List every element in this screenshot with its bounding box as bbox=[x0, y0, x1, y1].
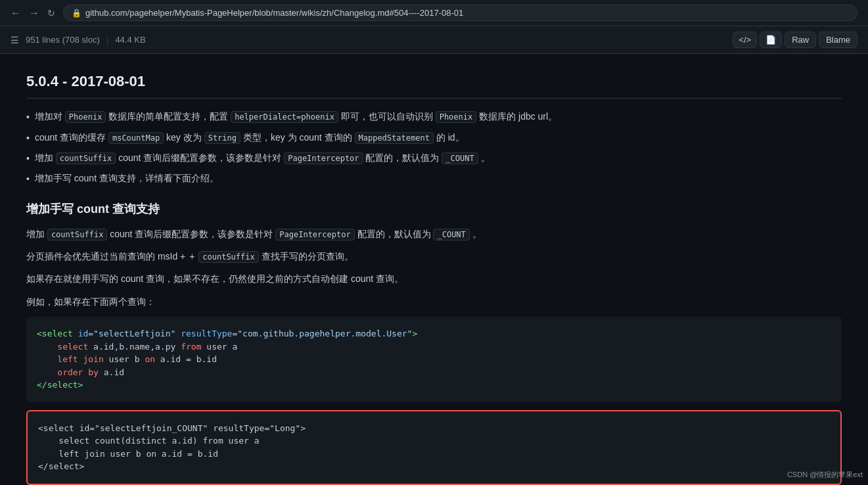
file-separator: | bbox=[106, 35, 109, 45]
lines-icon: ☰ bbox=[11, 35, 19, 45]
section-title: 5.0.4 - 2017-08-01 bbox=[26, 70, 842, 99]
bullet-item-4: 增加手写 count 查询支持，详情看下面介绍。 bbox=[26, 171, 842, 186]
code-hl-line-2: select count(distinct a.id) from user a bbox=[38, 434, 830, 448]
file-actions: </> 📄 Raw Blame bbox=[733, 32, 857, 48]
file-size: 44.4 KB bbox=[115, 35, 145, 45]
paragraph-2: 分页插件会优先通过当前查询的 msId + + countSuffix 查找手写… bbox=[26, 249, 842, 264]
page-interceptor-code-2: PageInterceptor bbox=[275, 229, 354, 241]
helper-dialect-code: helperDialect=phoenix bbox=[231, 111, 338, 123]
bullet-item-2: count 查询的缓存 msCountMap key 改为 String 类型，… bbox=[26, 130, 842, 145]
bullet-3-text: 增加 countSuffix count 查询后缀配置参数，该参数是针对 Pag… bbox=[35, 150, 490, 165]
count-suffix-value-1: _COUNT bbox=[442, 152, 478, 164]
refresh-icon[interactable]: ↻ bbox=[47, 8, 55, 18]
code-view-button[interactable]: </> bbox=[733, 32, 757, 48]
bullet-list: 增加对 Phoenix 数据库的简单配置支持，配置 helperDialect=… bbox=[26, 109, 842, 187]
file-stats: 951 lines (708 sloc) bbox=[26, 35, 100, 45]
file-icon-button[interactable]: 📄 bbox=[760, 32, 782, 48]
code-block-1: <select id="selectLeftjoin" resultType="… bbox=[26, 317, 842, 402]
code-hl-line-4: </select> bbox=[38, 460, 830, 473]
phoenix-code-2: Phoenix bbox=[436, 111, 477, 123]
phoenix-code-1: Phoenix bbox=[65, 111, 106, 123]
attribution-text: CSDN @情报的苹果ext bbox=[787, 471, 863, 478]
count-suffix-code-2: countSuffix bbox=[47, 229, 107, 241]
blame-button[interactable]: Blame bbox=[819, 32, 857, 48]
forward-icon[interactable]: → bbox=[29, 7, 39, 19]
url-text: github.com/pagehelper/Mybatis-PageHelper… bbox=[85, 8, 463, 18]
paragraph-4: 例如，如果存在下面两个查询： bbox=[26, 294, 842, 309]
bullet-1-text: 增加对 Phoenix 数据库的简单配置支持，配置 helperDialect=… bbox=[35, 109, 557, 124]
bullet-item-3: 增加 countSuffix count 查询后缀配置参数，该参数是针对 Pag… bbox=[26, 150, 842, 166]
code-line-2: select a.id,b.name,a.py from user a bbox=[37, 340, 831, 354]
content-area: 5.0.4 - 2017-08-01 增加对 Phoenix 数据库的简单配置支… bbox=[0, 54, 868, 485]
document-icon: 📄 bbox=[765, 35, 776, 45]
code-icon: </> bbox=[739, 35, 751, 45]
bullet-4-text: 增加手写 count 查询支持，详情看下面介绍。 bbox=[35, 171, 219, 185]
page-interceptor-code-1: PageInterceptor bbox=[284, 152, 363, 164]
code-line-1: <select id="selectLeftjoin" resultType="… bbox=[37, 327, 831, 340]
code-hl-line-1: <select id="selectLeftjoin_COUNT" result… bbox=[38, 422, 830, 435]
file-meta: ☰ 951 lines (708 sloc) | 44.4 KB bbox=[11, 35, 725, 45]
code-line-5: </select> bbox=[37, 379, 831, 392]
ms-count-map-code: msCountMap bbox=[108, 132, 164, 144]
string-code: String bbox=[204, 132, 240, 144]
bottom-attribution: CSDN @情报的苹果ext bbox=[787, 470, 863, 480]
lock-icon: 🔒 bbox=[72, 9, 81, 18]
file-header: ☰ 951 lines (708 sloc) | 44.4 KB </> 📄 R… bbox=[0, 26, 868, 54]
code-block-2-highlighted: <select id="selectLeftjoin_COUNT" result… bbox=[26, 410, 842, 485]
paragraph-3: 如果存在就使用手写的 count 查询，如果不存在，仍然使用之前的方式自动创建 … bbox=[26, 271, 842, 286]
count-suffix-code-3: countSuffix bbox=[198, 251, 258, 263]
bullet-item-1: 增加对 Phoenix 数据库的简单配置支持，配置 helperDialect=… bbox=[26, 109, 842, 124]
code-line-3: left join user b on a.id = b.id bbox=[37, 353, 831, 366]
count-value-2: _COUNT bbox=[433, 229, 469, 241]
bullet-2-text: count 查询的缓存 msCountMap key 改为 String 类型，… bbox=[35, 130, 465, 145]
mapped-statement-code: MappedStatement bbox=[355, 132, 434, 144]
plus-sign: + bbox=[189, 251, 194, 262]
back-icon[interactable]: ← bbox=[11, 7, 21, 19]
raw-button[interactable]: Raw bbox=[785, 32, 816, 48]
sub-section-title: 增加手写 count 查询支持 bbox=[26, 200, 842, 219]
paragraph-1: 增加 countSuffix count 查询后缀配置参数，该参数是针对 Pag… bbox=[26, 227, 842, 241]
count-suffix-code-1: countSuffix bbox=[56, 152, 116, 164]
code-hl-line-3: left join user b on a.id = b.id bbox=[38, 448, 830, 461]
code-line-4: order by a.id bbox=[37, 366, 831, 379]
browser-bar: ← → ↻ 🔒 github.com/pagehelper/Mybatis-Pa… bbox=[0, 0, 868, 26]
